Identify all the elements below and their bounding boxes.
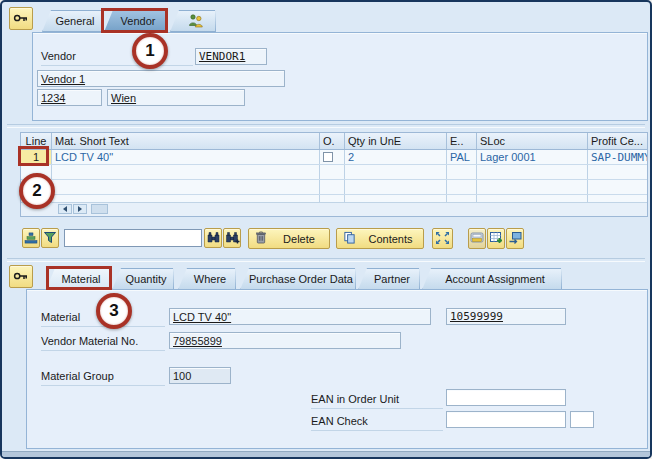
- annotation-step-1: 1: [132, 33, 168, 69]
- mat-short-text-cell[interactable]: LCD TV 40": [52, 150, 320, 164]
- copy-icon: [343, 231, 356, 246]
- key-icon: [13, 269, 29, 285]
- divider: [7, 258, 645, 262]
- eun-cell[interactable]: PAL: [447, 150, 477, 164]
- annotation-box-vendor-tab: [101, 8, 168, 33]
- material-label-text: Material: [41, 311, 80, 323]
- sort-ascending-button[interactable]: [22, 228, 40, 248]
- city-value: Wien: [111, 92, 136, 104]
- city-field[interactable]: Wien: [107, 89, 245, 106]
- material-group-field[interactable]: 100: [169, 367, 231, 384]
- sap-goods-movement-window: General Vendor Vendor VENDOR1 Vendor 1 1…: [0, 0, 652, 459]
- vendor-material-field[interactable]: 79855899: [169, 332, 401, 349]
- ean-check-field[interactable]: [446, 411, 566, 428]
- material-group-label-text: Material Group: [41, 370, 114, 382]
- ean-order-unit-field[interactable]: [446, 389, 566, 406]
- tab-where[interactable]: Where: [178, 268, 236, 290]
- col-header-eun[interactable]: E..: [447, 133, 477, 149]
- key-icon: [13, 11, 29, 27]
- tab-partners[interactable]: [170, 10, 216, 32]
- ean-order-unit-field-label: EAN in Order Unit: [311, 393, 443, 409]
- horizontal-scrollbar[interactable]: [21, 202, 647, 216]
- find-icon: [206, 231, 221, 246]
- window-bottom-edge: [2, 451, 650, 457]
- filter-button[interactable]: [41, 228, 59, 248]
- material-value: LCD TV 40": [173, 311, 231, 323]
- col-header-sloc[interactable]: SLoc: [477, 133, 588, 149]
- add-row-button[interactable]: [487, 228, 505, 249]
- col-header-qty-in-une[interactable]: Qty in UnE: [345, 133, 447, 149]
- tab-partner-label: Partner: [374, 273, 410, 285]
- filter-icon: [43, 231, 57, 246]
- annotation-box-material-tab: [46, 266, 112, 290]
- vendor-code-value: VENDOR1: [199, 50, 245, 63]
- table-row-empty[interactable]: [21, 180, 647, 195]
- col-header-mat-short-text[interactable]: Mat. Short Text: [52, 133, 320, 149]
- vendor-material-label-text: Vendor Material No.: [41, 335, 138, 347]
- tab-general-label: General: [55, 15, 94, 27]
- configuration-button[interactable]: [506, 228, 524, 249]
- postal-code-field[interactable]: 1234: [37, 89, 102, 106]
- sloc-cell[interactable]: Lager 0001: [477, 150, 588, 164]
- sort-ascending-icon: [24, 231, 38, 246]
- annotation-step-2: 2: [19, 173, 55, 209]
- item-table: Line Mat. Short Text O. Qty in UnE E.. S…: [20, 132, 648, 217]
- ean-check-label-text: EAN Check: [311, 415, 368, 427]
- scroll-left-button[interactable]: [58, 204, 72, 214]
- delete-button-label: Delete: [275, 233, 323, 245]
- ean-check-unit-field[interactable]: [570, 411, 594, 428]
- ok-checkbox[interactable]: [323, 152, 333, 162]
- profit-center-cell[interactable]: SAP-DUMMY: [588, 150, 647, 164]
- tab-quantity[interactable]: Quantity: [112, 268, 174, 290]
- annotation-step-3: 3: [96, 293, 132, 329]
- vendor-material-field-label: Vendor Material No.: [41, 335, 165, 351]
- table-add-icon: [489, 231, 503, 246]
- tab-account-assignment-label: Account Assignment: [445, 273, 545, 285]
- ean-order-unit-label-text: EAN in Order Unit: [311, 393, 399, 405]
- tab-purchase-order-data[interactable]: Purchase Order Data: [240, 268, 356, 290]
- export-icon: [470, 231, 484, 246]
- contents-button[interactable]: Contents: [336, 228, 424, 249]
- table-row-empty[interactable]: [21, 165, 647, 180]
- find-next-icon: [225, 231, 240, 246]
- qty-cell[interactable]: 2: [345, 150, 447, 164]
- tab-where-label: Where: [194, 273, 226, 285]
- table-header-row: Line Mat. Short Text O. Qty in UnE E.. S…: [21, 133, 647, 150]
- find-next-button[interactable]: [223, 228, 241, 248]
- delete-button[interactable]: Delete: [248, 228, 330, 249]
- vendor-name-value: Vendor 1: [41, 73, 85, 85]
- contents-button-label: Contents: [364, 233, 417, 245]
- find-button[interactable]: [204, 228, 222, 248]
- table-row[interactable]: 1 LCD TV 40" 2 PAL Lager 0001 SAP-DUMMY: [21, 150, 647, 165]
- collapse-header-button[interactable]: [9, 7, 33, 30]
- vendor-code-field[interactable]: VENDOR1: [195, 48, 267, 65]
- scroll-right-button[interactable]: [73, 204, 87, 214]
- vendor-field-label: Vendor: [41, 50, 193, 66]
- step-3-number: 3: [109, 301, 118, 321]
- postal-code-value: 1234: [41, 92, 65, 104]
- expand-arrows-icon: [435, 231, 450, 247]
- tab-account-assignment[interactable]: Account Assignment: [422, 268, 562, 290]
- arrow-right-icon: [78, 206, 85, 212]
- vendor-name-field[interactable]: Vendor 1: [37, 70, 285, 87]
- material-number-field[interactable]: 10599999: [446, 308, 566, 325]
- material-group-field-label: Material Group: [41, 370, 165, 386]
- partners-icon: [187, 13, 205, 30]
- vendor-panel: Vendor VENDOR1 Vendor 1 1234 Wien: [32, 32, 648, 121]
- expand-button[interactable]: [432, 228, 453, 249]
- material-field[interactable]: LCD TV 40": [169, 308, 431, 325]
- annotation-box-line-cell: [18, 146, 49, 166]
- search-input[interactable]: [64, 229, 202, 247]
- tab-partner[interactable]: Partner: [358, 268, 420, 290]
- col-header-profit-center[interactable]: Profit Ce...: [588, 133, 647, 149]
- col-header-ok[interactable]: O.: [320, 133, 345, 149]
- trash-icon: [255, 231, 267, 246]
- export-button[interactable]: [468, 228, 486, 249]
- step-2-number: 2: [32, 181, 41, 201]
- collapse-detail-button[interactable]: [9, 265, 33, 288]
- step-1-number: 1: [145, 41, 154, 61]
- divider: [7, 124, 645, 128]
- tab-quantity-label: Quantity: [126, 273, 167, 285]
- tab-general[interactable]: General: [42, 10, 102, 32]
- scrollbar-thumb[interactable]: [91, 204, 108, 214]
